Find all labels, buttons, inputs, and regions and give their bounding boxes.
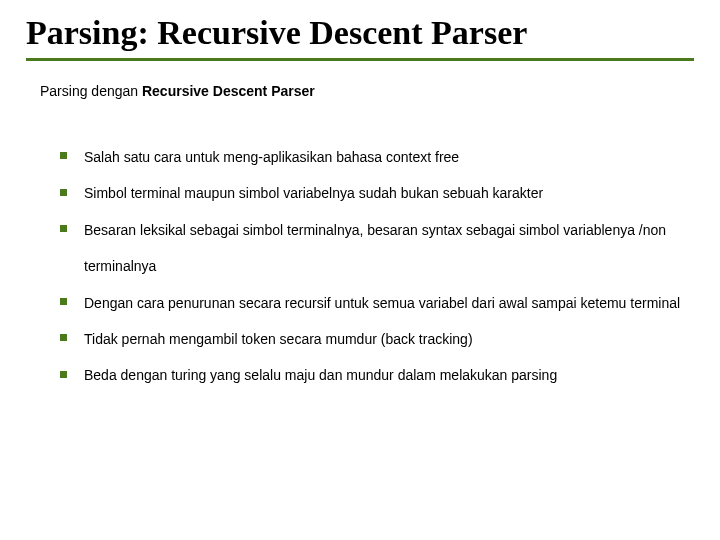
bullet-text: Salah satu cara untuk meng-aplikasikan b… [84, 149, 459, 165]
list-item: Dengan cara penurunan secara recursif un… [60, 285, 694, 321]
list-item: Tidak pernah mengambil token secara mumd… [60, 321, 694, 357]
subtitle-prefix: Parsing dengan [40, 83, 142, 99]
list-item: Simbol terminal maupun simbol variabelny… [60, 175, 694, 211]
bullet-text: Simbol terminal maupun simbol variabelny… [84, 185, 543, 201]
square-bullet-icon [60, 371, 67, 378]
square-bullet-icon [60, 189, 67, 196]
subtitle-bold: Recursive Descent Parser [142, 83, 315, 99]
list-item: Besaran leksikal sebagai simbol terminal… [60, 212, 694, 285]
square-bullet-icon [60, 152, 67, 159]
slide-title: Parsing: Recursive Descent Parser [26, 14, 694, 52]
bullet-text: Tidak pernah mengambil token secara mumd… [84, 331, 473, 347]
square-bullet-icon [60, 225, 67, 232]
slide-subtitle: Parsing dengan Recursive Descent Parser [40, 83, 694, 99]
bullet-list: Salah satu cara untuk meng-aplikasikan b… [60, 139, 694, 394]
slide: Parsing: Recursive Descent Parser Parsin… [0, 0, 720, 540]
square-bullet-icon [60, 298, 67, 305]
bullet-text: Dengan cara penurunan secara recursif un… [84, 295, 680, 311]
bullet-text: Besaran leksikal sebagai simbol terminal… [84, 222, 666, 274]
bullet-text: Beda dengan turing yang selalu maju dan … [84, 367, 557, 383]
list-item: Beda dengan turing yang selalu maju dan … [60, 357, 694, 393]
list-item: Salah satu cara untuk meng-aplikasikan b… [60, 139, 694, 175]
title-underline [26, 58, 694, 61]
square-bullet-icon [60, 334, 67, 341]
